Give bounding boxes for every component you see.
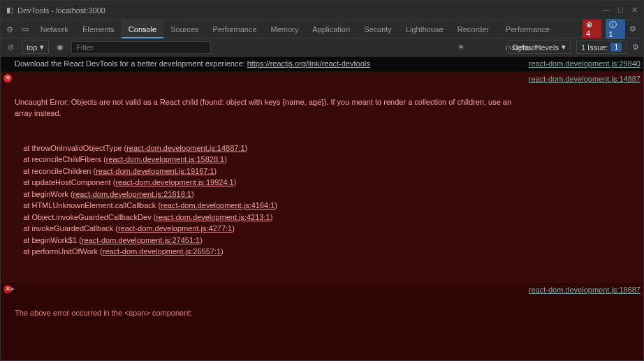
info-icon: ⓘ bbox=[609, 20, 617, 29]
stack-source-link[interactable]: react-dom.development.js:4277:1 bbox=[118, 224, 232, 233]
window-title: DevTools - localhost:3000 bbox=[17, 6, 105, 15]
tab-memory[interactable]: Memory bbox=[264, 20, 306, 38]
console-message: Download the React DevTools for a better… bbox=[1, 57, 643, 72]
console-output: Download the React DevTools for a better… bbox=[1, 57, 643, 361]
error-circle-icon: ✕ bbox=[3, 74, 12, 82]
inspect-icon[interactable]: ⯐ bbox=[3, 22, 17, 36]
stack-source-link[interactable]: react-dom.development.js:4164:1 bbox=[161, 201, 275, 209]
stack-frame: at reconcileChildren (react-dom.developm… bbox=[15, 165, 523, 177]
stack-source-link[interactable]: react-dom.development.js:19167:1 bbox=[96, 167, 214, 175]
stack-frame: at Object.invokeGuardedCallbackDev (reac… bbox=[15, 212, 523, 223]
panel-tabbar: ⯐ ▭ NetworkElementsConsoleSourcesPerform… bbox=[1, 20, 643, 38]
tab-elements[interactable]: Elements bbox=[75, 20, 122, 38]
stack-frame: at invokeGuardedCallback (react-dom.deve… bbox=[15, 223, 523, 235]
console-filterbar: ⊘ top ▾ ◉ Default levels ▾ 1 Issue: 1 ⚙ bbox=[1, 38, 643, 57]
stack-source-link[interactable]: react-dom.development.js:21618:1 bbox=[73, 190, 191, 198]
tab-performance[interactable]: Performance bbox=[206, 20, 264, 38]
tab-application[interactable]: Application bbox=[305, 20, 357, 38]
stack-source-link[interactable]: react-dom.development.js:27451:1 bbox=[82, 236, 200, 244]
devtools-icon: ◧ bbox=[6, 6, 13, 15]
stack-source-link[interactable]: react-dom.development.js:26557:1 bbox=[103, 247, 221, 256]
tab-sources[interactable]: Sources bbox=[163, 20, 205, 38]
tab-security[interactable]: Security bbox=[357, 20, 399, 38]
stack-source-link[interactable]: react-dom.development.js:4213:1 bbox=[156, 213, 270, 221]
device-toolbar-icon[interactable]: ▭ bbox=[18, 22, 31, 36]
stack-source-link[interactable]: react-dom.development.js:15828:1 bbox=[106, 155, 224, 163]
tab-lighthouse[interactable]: Lighthouse bbox=[399, 20, 451, 38]
source-link[interactable]: react-dom.development.js:14887 bbox=[529, 73, 641, 281]
devtools-link[interactable]: https://reactjs.org/link/react-devtools bbox=[247, 59, 370, 68]
stack-source-link[interactable]: react-dom.development.js:19924:1 bbox=[115, 178, 233, 186]
error-count-badge[interactable]: ⊗ 4 bbox=[583, 20, 601, 38]
stack-frame: at HTMLUnknownElement.callCallback (reac… bbox=[15, 200, 523, 212]
maximize-icon[interactable]: □ bbox=[618, 6, 623, 15]
stack-frame: at throwOnInvalidObjectType (react-dom.d… bbox=[15, 142, 523, 154]
close-icon[interactable]: ✕ bbox=[631, 6, 638, 15]
window-titlebar: ◧ DevTools - localhost:3000 — □ ✕ bbox=[1, 1, 643, 20]
expand-arrow-icon[interactable]: ▶ bbox=[10, 285, 15, 293]
info-count-badge[interactable]: ⓘ 1 bbox=[606, 19, 625, 39]
stack-source-link[interactable]: react-dom.development.js:14887:1 bbox=[126, 144, 244, 152]
tab-network[interactable]: Network bbox=[34, 20, 75, 38]
stack-frame: at updateHostComponent (react-dom.develo… bbox=[15, 177, 523, 189]
issues-button[interactable]: 1 Issue: 1 bbox=[576, 40, 627, 54]
source-link[interactable]: react-dom.development.js:18687 bbox=[529, 284, 641, 362]
minimize-icon[interactable]: — bbox=[602, 6, 610, 15]
filter-input[interactable] bbox=[71, 41, 211, 54]
stack-frame: at beginWork (react-dom.development.js:2… bbox=[15, 189, 523, 200]
tab-recorder[interactable]: Recorder ⚑ bbox=[451, 20, 499, 38]
tab-console[interactable]: Console bbox=[122, 20, 163, 38]
chevron-down-icon: ▾ bbox=[562, 43, 566, 52]
error-icon: ⊗ bbox=[586, 20, 592, 29]
console-error: ✕ Uncaught Error: Objects are not valid … bbox=[1, 72, 643, 283]
tab-performance-insights[interactable]: Performance insights ⚑ bbox=[499, 20, 581, 38]
clear-console-icon[interactable]: ⊘ bbox=[5, 43, 16, 52]
stack-frame: at reconcileChildFibers (react-dom.devel… bbox=[15, 154, 523, 165]
settings-gear-icon[interactable]: ⚙ bbox=[629, 24, 636, 34]
console-settings-icon[interactable]: ⚙ bbox=[632, 43, 639, 52]
log-levels-dropdown[interactable]: Default levels ▾ bbox=[508, 40, 571, 54]
source-link[interactable]: react-dom.development.js:29840 bbox=[529, 58, 641, 70]
chevron-down-icon: ▾ bbox=[40, 43, 44, 52]
console-error: ✕ ▶ The above error occurred in the <spa… bbox=[1, 283, 643, 362]
context-selector[interactable]: top ▾ bbox=[22, 40, 49, 54]
stack-frame: at performUnitOfWork (react-dom.developm… bbox=[15, 246, 523, 258]
stack-frame: at beginWork$1 (react-dom.development.js… bbox=[15, 235, 523, 246]
eye-icon[interactable]: ◉ bbox=[54, 43, 66, 52]
